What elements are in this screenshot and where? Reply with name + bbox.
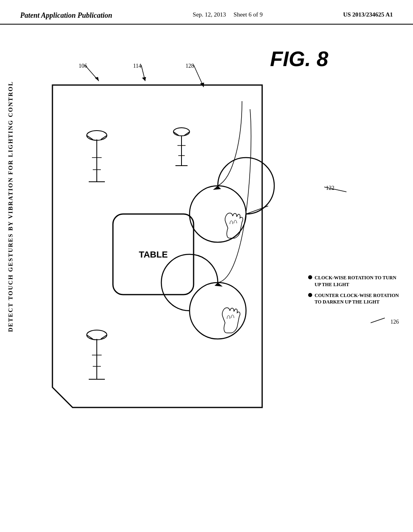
legend: CLOCK-WISE ROTATION TO TURN UP THE LIGHT… (308, 274, 401, 310)
ref-122-arrow (320, 180, 353, 196)
legend-bullet-2 (308, 293, 312, 297)
publication-title: Patent Application Publication (20, 11, 112, 20)
svg-point-15 (173, 128, 190, 136)
svg-point-28 (87, 330, 107, 340)
sheet-number: Sheet 6 of 9 (234, 11, 263, 18)
legend-item-counter-clockwise: COUNTER CLOCK-WISE ROTATION TO DARKEN UP… (308, 292, 401, 306)
publication-date: Sep. 12, 2013 (193, 11, 226, 18)
svg-line-35 (371, 318, 385, 323)
svg-point-8 (87, 131, 107, 140)
sidebar-label: DETECT TOUCH GESTURES BY VIBRATION FOR L… (7, 81, 14, 332)
ref-126: 126 (390, 319, 399, 325)
legend-text-clockwise: CLOCK-WISE ROTATION TO TURN UP THE LIGHT (315, 274, 401, 288)
publication-date-sheet: Sep. 12, 2013 Sheet 6 of 9 (193, 11, 263, 18)
legend-text-counter-clockwise: COUNTER CLOCK-WISE ROTATION TO DARKEN UP… (315, 292, 401, 306)
publication-number: US 2013/234625 A1 (343, 11, 393, 18)
svg-line-34 (324, 187, 346, 192)
legend-item-clockwise: CLOCK-WISE ROTATION TO TURN UP THE LIGHT (308, 274, 401, 288)
figure-title: FIG. 8 (270, 47, 328, 71)
main-content: DETECT TOUCH GESTURES BY VIBRATION FOR L… (0, 25, 413, 524)
svg-line-33 (246, 206, 268, 214)
legend-bullet-1 (308, 275, 312, 279)
svg-point-22 (190, 186, 246, 242)
ref-126-line (369, 314, 389, 326)
diagram-svg: TABLE (44, 77, 278, 420)
svg-text:TABLE: TABLE (139, 249, 168, 260)
page-header: Patent Application Publication Sep. 12, … (0, 0, 413, 25)
